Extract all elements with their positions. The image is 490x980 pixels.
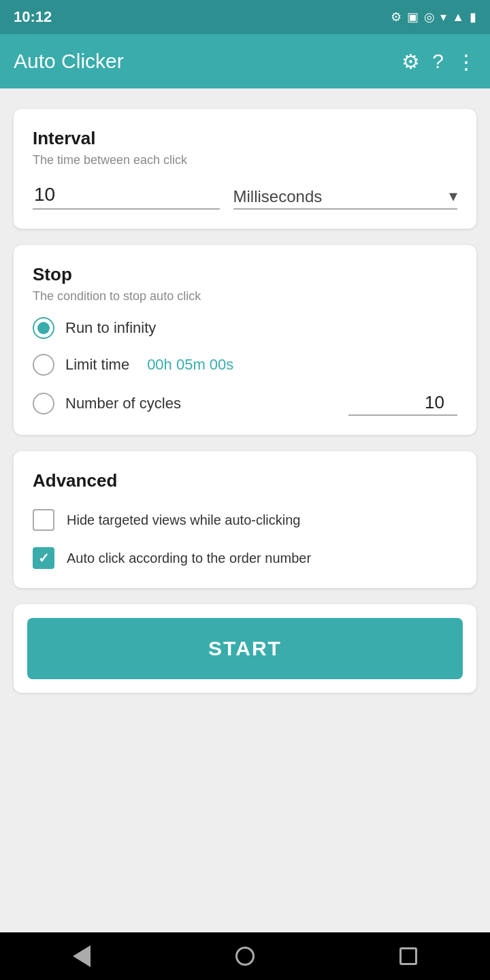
radio-limit-label: Limit time [65,356,129,374]
toolbar-actions: ⚙ ? ⋮ [402,50,476,74]
radio-cycles-label: Number of cycles [65,395,181,412]
status-time: 10:12 [14,8,52,26]
checkbox-hide-views-label: Hide targeted views while auto-clicking [67,512,457,528]
app-title: Auto Clicker [14,50,124,73]
battery-icon: ▮ [470,10,476,24]
checkbox-order-number-label: Auto click according to the order number [67,551,457,566]
recents-button[interactable] [399,947,417,965]
interval-card: Interval The time between each click Mil… [14,109,476,229]
checkbox-hide-views-box[interactable] [33,509,54,531]
unit-select[interactable]: Milliseconds Seconds Minutes Hours [233,187,449,206]
status-bar: 10:12 ⚙ ▣ ◎ ▾ ▲ ▮ [0,0,490,34]
milliseconds-select-wrap: Milliseconds Seconds Minutes Hours ▾ [233,186,457,210]
sim-icon: ▣ [407,10,419,24]
interval-input-wrap [33,181,220,210]
interval-title: Interval [33,128,457,149]
radio-infinity[interactable]: Run to infinity [33,317,457,339]
stop-subtitle: The condition to stop auto click [33,289,457,304]
stop-card: Stop The condition to stop auto click Ru… [14,245,476,435]
stop-radio-group: Run to infinity Limit time 00h 05m 00s N… [33,317,457,416]
cycles-input[interactable] [348,391,457,416]
checkmark-icon: ✓ [38,550,50,566]
status-icons: ⚙ ▣ ◎ ▾ ▲ ▮ [391,10,476,24]
radio-cycles[interactable]: Number of cycles [33,391,457,416]
advanced-card: Advanced Hide targeted views while auto-… [14,451,476,588]
interval-row: Milliseconds Seconds Minutes Hours ▾ [33,181,457,210]
more-options-icon[interactable]: ⋮ [456,50,476,74]
settings-small-icon: ⚙ [391,10,402,24]
dropdown-arrow-icon: ▾ [449,186,457,206]
limit-time-value[interactable]: 00h 05m 00s [147,356,233,374]
checkbox-hide-views[interactable]: Hide targeted views while auto-clicking [33,509,457,531]
back-button[interactable] [73,945,91,967]
radio-infinity-outer[interactable] [33,317,54,339]
vpn-icon: ◎ [424,10,435,24]
help-icon[interactable]: ? [432,50,444,73]
checkbox-order-number[interactable]: ✓ Auto click according to the order numb… [33,547,457,569]
nav-bar [0,932,490,980]
interval-input[interactable] [33,181,220,210]
radio-cycles-outer[interactable] [33,393,54,414]
cycles-input-wrap [192,391,457,416]
advanced-checkbox-group: Hide targeted views while auto-clicking … [33,509,457,569]
advanced-title: Advanced [33,470,457,491]
radio-limit[interactable]: Limit time 00h 05m 00s [33,354,457,376]
signal-icon: ▲ [452,10,464,24]
stop-title: Stop [33,264,457,285]
wifi-icon: ▾ [440,10,446,24]
home-button[interactable] [235,947,255,966]
interval-subtitle: The time between each click [33,153,457,167]
settings-icon[interactable]: ⚙ [402,50,420,74]
main-content: Interval The time between each click Mil… [0,88,490,932]
radio-infinity-inner [37,322,50,334]
checkbox-order-number-box[interactable]: ✓ [33,547,54,569]
radio-infinity-label: Run to infinity [65,319,156,337]
start-button[interactable]: START [27,618,463,679]
radio-limit-outer[interactable] [33,354,54,376]
app-toolbar: Auto Clicker ⚙ ? ⋮ [0,34,490,88]
start-card: START [14,604,476,693]
